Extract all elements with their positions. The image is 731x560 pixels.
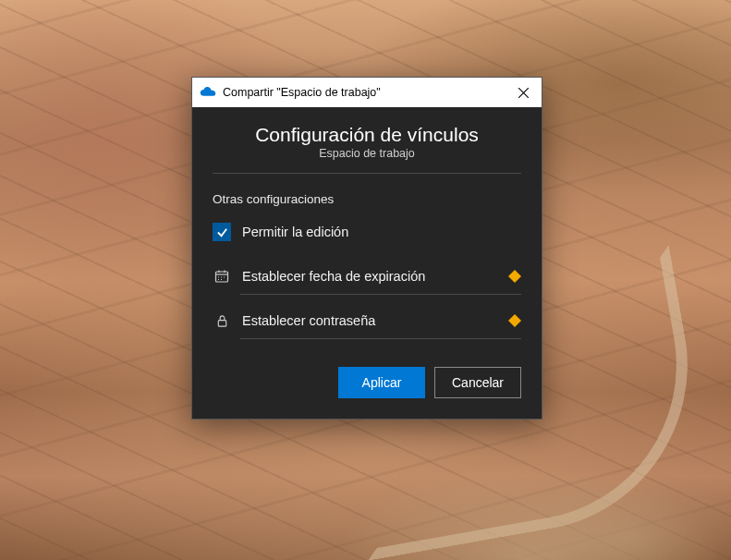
svg-rect-10 [218, 320, 225, 326]
expiration-row[interactable]: Establecer fecha de expiración [213, 262, 521, 291]
premium-diamond-icon [508, 270, 521, 283]
other-settings-label: Otras configuraciones [213, 192, 521, 206]
close-button[interactable] [505, 78, 542, 107]
premium-diamond-icon [508, 314, 521, 327]
dialog-body: Configuración de vínculos Espacio de tra… [192, 107, 542, 419]
svg-marker-9 [508, 270, 521, 283]
close-icon [518, 88, 529, 98]
dialog-subtitle: Espacio de trabajo [213, 147, 521, 160]
lock-icon [213, 311, 231, 330]
button-row: Aplicar Cancelar [213, 367, 521, 398]
divider [213, 173, 521, 174]
share-dialog: Compartir "Espacio de trabajo" Configura… [191, 77, 542, 420]
calendar-icon [213, 267, 231, 286]
allow-editing-checkbox[interactable] [213, 223, 231, 241]
check-icon [216, 226, 228, 238]
allow-editing-label: Permitir la edición [242, 225, 521, 239]
password-row[interactable]: Establecer contraseña [213, 306, 521, 335]
password-label: Establecer contraseña [242, 313, 497, 328]
svg-marker-11 [508, 314, 521, 327]
apply-button[interactable]: Aplicar [338, 367, 425, 398]
expiration-label: Establecer fecha de expiración [242, 269, 497, 284]
allow-editing-row[interactable]: Permitir la edición [213, 217, 521, 247]
window-title: Compartir "Espacio de trabajo" [223, 86, 505, 99]
titlebar: Compartir "Espacio de trabajo" [192, 78, 542, 107]
cancel-button[interactable]: Cancelar [434, 367, 521, 398]
dialog-title: Configuración de vínculos [213, 124, 521, 146]
onedrive-icon [200, 84, 216, 101]
